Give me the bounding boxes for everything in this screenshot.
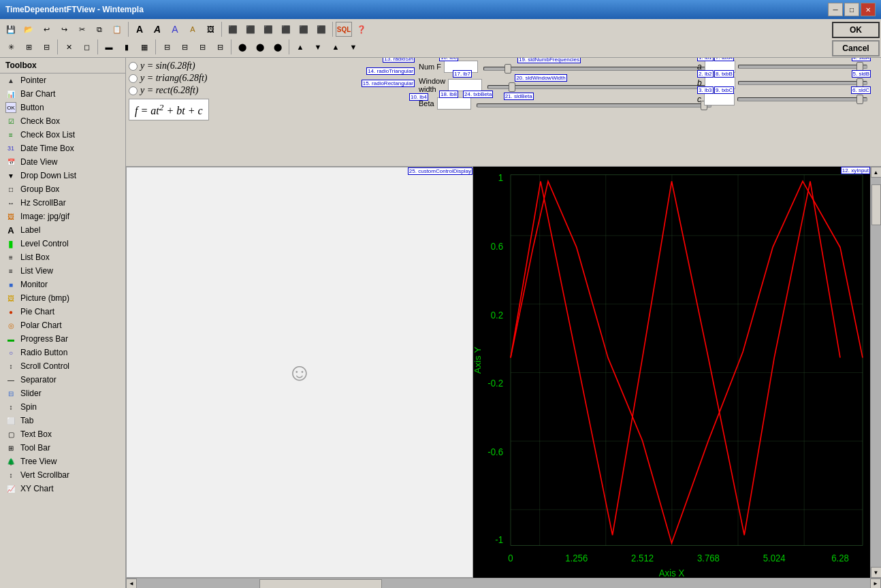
ok-button[interactable]: OK [832,22,880,38]
align-mr-button[interactable]: ⬛ [313,22,330,37]
close-button[interactable]: ✕ [861,3,876,16]
radio-sin[interactable] [129,62,138,71]
scroll-track[interactable] [871,178,882,567]
align1-button[interactable]: ⊟ [159,39,175,54]
sld-window-tag: 20. sldWindowWidth [515,74,566,82]
save-button[interactable]: 💾 [3,22,19,37]
align-mc-button[interactable]: ⬛ [295,22,312,37]
beta-input[interactable] [437,97,471,110]
copy-button[interactable]: ⧉ [91,22,108,37]
text-bold-button[interactable]: A [149,22,165,37]
window-slider-thumb[interactable] [509,82,515,92]
sidebar-item-groupbox[interactable]: □ Group Box [0,182,125,196]
snap-button[interactable]: ⊞ [20,39,37,54]
sidebar-item-toolbar[interactable]: ⊞ Tool Bar [0,441,125,455]
sidebar-item-image[interactable]: 🖼 Image: jpg/gif [0,210,125,223]
open-button[interactable]: 📂 [20,22,37,37]
grid-button[interactable]: ⊟ [38,39,54,54]
help-button[interactable]: ❓ [353,22,370,37]
sidebar-item-listview[interactable]: ≡ List View [0,264,125,278]
text-color-button[interactable]: A [167,22,183,37]
cut-button[interactable]: ✂ [74,22,90,37]
align4-button[interactable]: ⊟ [212,39,228,54]
sidebar-item-treeview[interactable]: 🌲 Tree View [0,455,125,468]
scroll-thumb[interactable] [871,184,881,225]
bar-v-button[interactable]: ▮ [118,39,135,54]
sidebar-item-xychart[interactable]: 📈 XY Chart [0,482,125,495]
scroll-down-button[interactable]: ▼ [871,567,882,578]
sidebar-item-button[interactable]: OK Button [0,101,125,114]
radio-rect[interactable] [129,86,138,95]
align-ml-button[interactable]: ⬛ [278,22,294,37]
scroll-up-button[interactable]: ▲ [871,167,882,178]
sidebar-item-hzscroll[interactable]: ↔ Hz ScrollBar [0,196,125,210]
space-h-button[interactable]: ⬤ [234,39,251,54]
sidebar-item-monitor[interactable]: ■ Monitor [0,278,125,291]
formula-rect: y = rect(6.28ft) [140,85,199,96]
sidebar-item-textbox[interactable]: ▢ Text Box [0,427,125,441]
image-button[interactable]: 🖼 [202,22,219,37]
window-width-input[interactable] [448,79,482,91]
sidebar-item-levelcontrol[interactable]: ▮ Level Control [0,237,125,250]
sidebar-item-checkbox[interactable]: ☑ Check Box [0,114,125,128]
redo-button[interactable]: ↪ [56,22,72,37]
sidebar-item-listbox[interactable]: ≡ List Box [0,250,125,264]
bring-front-button[interactable]: ▲ [292,39,308,54]
sidebar-item-scrollcontrol[interactable]: ↕ Scroll Control [0,359,125,373]
c-slider-thumb[interactable] [856,95,863,104]
align3-button[interactable]: ⊟ [194,39,210,54]
sidebar-label-pointer: Pointer [20,76,46,85]
bar-stack-button[interactable]: ▦ [136,39,153,54]
space-v-button[interactable]: ⬤ [252,39,268,54]
xy-chart[interactable]: 12. xyInput 1 0.6 0.2 -0 [473,167,870,578]
sidebar-item-polarchart[interactable]: ◎ Polar Chart [0,318,125,332]
sidebar-item-checkboxlist[interactable]: ≡ Check Box List [0,128,125,142]
clear-button[interactable]: ◻ [78,39,95,54]
sidebar-label-image: Image: jpg/gif [20,212,69,221]
delete-button[interactable]: ✕ [61,39,77,54]
space-eq-button[interactable]: ⬤ [270,39,286,54]
sidebar-item-spin[interactable]: ↕ Spin [0,400,125,414]
window-controls: ─ □ ✕ [828,3,876,16]
sidebar-item-tab[interactable]: ⬜ Tab [0,414,125,427]
sidebar-item-datetimebox[interactable]: 31 Date Time Box [0,142,125,155]
scroll-left-button[interactable]: ◄ [126,578,137,589]
sidebar-item-separator[interactable]: — Separator [0,373,125,387]
bar-h-button[interactable]: ▬ [101,39,117,54]
align-tc-button[interactable]: ⬛ [242,22,259,37]
c-input[interactable] [704,93,735,105]
send-back-button[interactable]: ▼ [310,39,326,54]
send-step-button[interactable]: ▼ [345,39,362,54]
align-tr-button[interactable]: ⬛ [260,22,276,37]
scroll-right-button[interactable]: ► [870,578,881,589]
pointer-button[interactable]: ✳ [3,39,19,54]
sidebar-item-slider[interactable]: ⊟ Slider [0,387,125,400]
text-align-button[interactable]: A [185,22,201,37]
maximize-button[interactable]: □ [844,3,859,16]
sidebar-item-pointer[interactable]: ▲ Pointer [0,74,125,87]
sidebar-item-barchart[interactable]: 📊 Bar Chart [0,87,125,101]
h-scroll-thumb[interactable] [259,579,382,589]
h-scroll-track[interactable] [137,578,870,589]
sidebar-item-dateview[interactable]: 📅 Date View [0,155,125,169]
cancel-button[interactable]: Cancel [832,40,880,56]
sidebar-item-vertscroll[interactable]: ↕ Vert Scrollbar [0,468,125,482]
radio-tri[interactable] [129,74,138,83]
num-freq-slider-thumb[interactable] [504,64,511,74]
bring-step-button[interactable]: ▲ [327,39,344,54]
sidebar-item-radiobutton[interactable]: ○ Radio Button [0,346,125,359]
paste-button[interactable]: 📋 [109,22,125,37]
sidebar-item-dropdown[interactable]: ▼ Drop Down List [0,169,125,182]
undo-button[interactable]: ↩ [38,22,54,37]
text-button[interactable]: A [131,22,148,37]
svg-text:-0.2: -0.2 [487,378,503,389]
sidebar-item-label[interactable]: A Label [0,223,125,237]
align-tl-button[interactable]: ⬛ [225,22,241,37]
sql-button[interactable]: SQL [336,22,352,37]
sidebar-item-progressbar[interactable]: ▬ Progress Bar [0,332,125,346]
minimize-button[interactable]: ─ [828,3,843,16]
sidebar-item-piechart[interactable]: ● Pie Chart [0,305,125,318]
align2-button[interactable]: ⊟ [176,39,193,54]
sidebar-label-spin: Spin [20,402,37,412]
sidebar-item-picture[interactable]: 🖼 Picture (bmp) [0,291,125,305]
